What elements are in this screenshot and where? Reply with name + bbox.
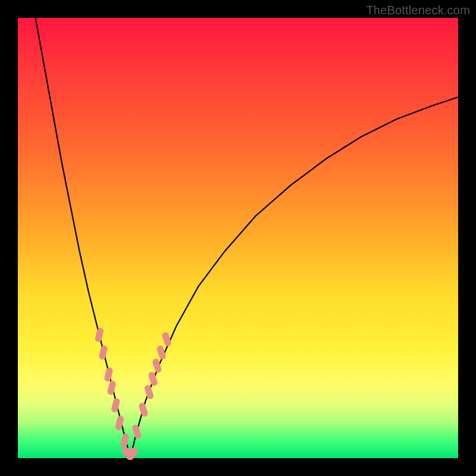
marker-bottom bbox=[130, 447, 138, 456]
marker-left bbox=[104, 367, 113, 382]
svg-rect-1 bbox=[98, 345, 108, 360]
curve-right-branch bbox=[130, 97, 458, 458]
chart-stage: TheBottleneck.com bbox=[0, 0, 476, 476]
plot-area bbox=[18, 18, 458, 458]
marker-left bbox=[95, 327, 104, 343]
svg-rect-4 bbox=[111, 397, 120, 413]
svg-rect-10 bbox=[148, 371, 158, 387]
plot-svg bbox=[18, 18, 458, 458]
svg-rect-9 bbox=[144, 384, 155, 400]
marker-left bbox=[107, 380, 116, 396]
svg-rect-8 bbox=[138, 402, 149, 417]
curve-left-branch bbox=[36, 18, 130, 458]
svg-rect-7 bbox=[131, 424, 142, 439]
svg-rect-0 bbox=[95, 327, 104, 343]
marker-right bbox=[138, 402, 149, 417]
svg-rect-2 bbox=[104, 367, 113, 382]
marker-left bbox=[98, 345, 108, 360]
marker-right bbox=[131, 424, 142, 439]
marker-right bbox=[144, 384, 155, 400]
marker-left bbox=[120, 433, 130, 448]
marker-left bbox=[111, 397, 120, 413]
svg-rect-3 bbox=[107, 380, 116, 396]
marker-right bbox=[148, 371, 158, 387]
watermark-text: TheBottleneck.com bbox=[366, 4, 470, 17]
svg-rect-6 bbox=[120, 433, 130, 448]
